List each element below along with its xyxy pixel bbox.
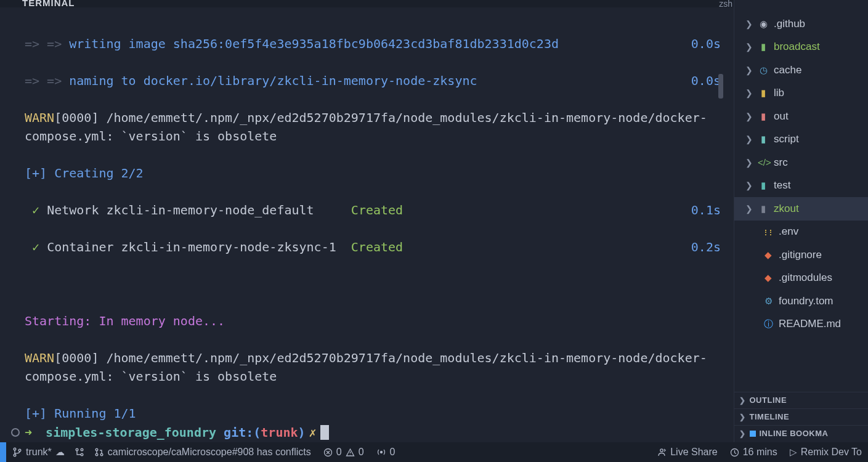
file-.env[interactable]: ⫶⫶.env: [734, 221, 868, 244]
remix-dev[interactable]: ▷ Remix Dev To: [784, 447, 868, 458]
chevron-right-icon: ❯: [739, 413, 746, 421]
folder-icon: ▮: [758, 134, 769, 145]
file-icon: ⚙: [763, 296, 774, 307]
prompt-dirty: ✗: [309, 425, 317, 440]
chevron-right-icon: ❯: [739, 429, 746, 438]
file-README.md[interactable]: ⓘREADME.md: [734, 313, 868, 336]
folder-label: broadcast: [774, 41, 820, 53]
folder-label: out: [774, 110, 789, 123]
file-label: foundry.tom: [779, 295, 834, 307]
timeline-section[interactable]: ❯ TIMELINE: [734, 408, 868, 424]
svg-point-1: [14, 454, 16, 456]
chevron-right-icon: ❯: [739, 396, 746, 405]
status-circle-icon: [11, 428, 20, 437]
folder-label: zkout: [774, 203, 799, 215]
svg-point-5: [81, 448, 83, 451]
status-bar: trunk* ☁ camicroscope/caMicroscope#908 h…: [0, 442, 868, 462]
svg-point-3: [76, 448, 78, 451]
folder-script[interactable]: ❯▮script: [734, 128, 868, 152]
folder-label: cache: [774, 64, 801, 76]
file-.gitignore[interactable]: ◆.gitignore: [734, 243, 868, 267]
folder-icon: ◷: [758, 65, 769, 76]
folder-label: .github: [774, 18, 805, 30]
warn-msg: [0000] /home/emmett/.npm/_npx/ed2d5270b2…: [25, 110, 707, 144]
folder-icon: ▮: [758, 180, 769, 191]
created-label: Created: [351, 203, 403, 217]
folder-icon: ▮: [758, 111, 769, 122]
warn-count: 0: [359, 447, 364, 458]
warn-tag: WARN: [25, 351, 54, 365]
pr-icon: [94, 447, 104, 457]
starting-line: Starting: In memory node...: [25, 314, 225, 328]
arrow-prefix: => =>: [25, 36, 69, 51]
bookmark-section[interactable]: ❯ INLINE BOOKMA: [734, 425, 868, 441]
explorer-header[interactable]: [734, 0, 868, 9]
svg-point-7: [95, 453, 98, 456]
prompt-git: git:(: [224, 425, 261, 440]
terminal-output[interactable]: => => writing image sha256:0ef5f4e3e935a…: [0, 7, 724, 442]
folder-cache[interactable]: ❯◷cache: [734, 59, 868, 82]
term-time: 0.1s: [691, 201, 721, 219]
radio-icon: [376, 447, 386, 457]
warn-msg: [0000] /home/emmett/.npm/_npx/ed2d5270b2…: [25, 351, 707, 384]
folder-label: lib: [774, 87, 784, 99]
git-branch-status[interactable]: trunk* ☁: [6, 447, 71, 458]
remote-indicator[interactable]: [0, 442, 6, 462]
arrow-prefix: => =>: [25, 73, 69, 88]
term-line: writing image sha256:0ef5f4e3e935a18fbc9…: [69, 36, 559, 51]
svg-point-10: [380, 452, 382, 453]
file-icon: ⫶⫶: [763, 227, 774, 237]
folder-lib[interactable]: ❯▮lib: [734, 82, 868, 105]
terminal-scrollbar[interactable]: [718, 74, 723, 99]
outline-section[interactable]: ❯ OUTLINE: [734, 392, 868, 408]
file-label: README.md: [779, 318, 841, 330]
port-count: 0: [390, 447, 395, 458]
git-graph-icon[interactable]: [71, 447, 88, 457]
term-time: 0.0s: [691, 71, 721, 90]
pull-request-status[interactable]: camicroscope/caMicroscope#908 has confli…: [88, 447, 317, 458]
prompt-branch: trunk: [261, 425, 298, 440]
folder-icon: ▮: [758, 41, 769, 52]
live-share-status[interactable]: Live Share: [651, 447, 724, 458]
folder-label: src: [774, 156, 788, 169]
creating-line: [+] Creating 2/2: [25, 166, 144, 180]
prompt-project: simples-storage_foundry: [46, 425, 216, 440]
chevron-right-icon: ❯: [745, 65, 753, 75]
chevron-right-icon: ❯: [745, 88, 753, 98]
ports-status[interactable]: 0: [370, 447, 402, 458]
cont-line: Container zkcli-in-memory-node-zksync-1: [39, 240, 336, 254]
folder-broadcast[interactable]: ❯▮broadcast: [734, 36, 868, 59]
file-icon: ◆: [763, 249, 774, 261]
file-icon: ◆: [763, 272, 774, 283]
live-share-icon: [657, 447, 667, 457]
chevron-right-icon: ❯: [745, 19, 753, 29]
folder-src[interactable]: ❯</>src: [734, 151, 868, 174]
warn-tag: WARN: [25, 110, 54, 125]
folder-icon: ◉: [758, 18, 769, 30]
prompt-git-end: ): [298, 425, 306, 440]
net-line: Network zkcli-in-memory-node_default: [39, 203, 314, 217]
term-time: 0.0s: [691, 34, 721, 53]
svg-point-4: [81, 453, 83, 456]
svg-point-8: [100, 453, 103, 456]
folder-out[interactable]: ❯▮out: [734, 105, 868, 128]
outline-label: OUTLINE: [750, 395, 787, 405]
file-.gitmodules[interactable]: ◆.gitmodules: [734, 267, 868, 290]
file-icon: ⓘ: [763, 318, 774, 330]
file-foundry.tom[interactable]: ⚙foundry.tom: [734, 290, 868, 313]
check-icon: ✓: [32, 240, 39, 254]
svg-point-0: [14, 448, 16, 450]
folder-icon: ▮: [758, 203, 769, 214]
cursor: [320, 425, 329, 440]
folder-label: script: [774, 133, 799, 145]
problems-status[interactable]: 0 0: [317, 447, 370, 458]
file-label: .gitignore: [779, 249, 822, 261]
folder-test[interactable]: ❯▮test: [734, 174, 868, 198]
session-time[interactable]: 16 mins: [724, 447, 784, 458]
folder-zkout[interactable]: ❯▮zkout: [734, 197, 868, 221]
shell-prompt[interactable]: ➜ simples-storage_foundry git:(trunk) ✗: [0, 423, 329, 442]
folder-.github[interactable]: ❯◉.github: [734, 12, 868, 36]
term-time: 0.2s: [691, 238, 721, 256]
folder-icon: </>: [758, 157, 769, 168]
clock-icon: [730, 448, 739, 457]
